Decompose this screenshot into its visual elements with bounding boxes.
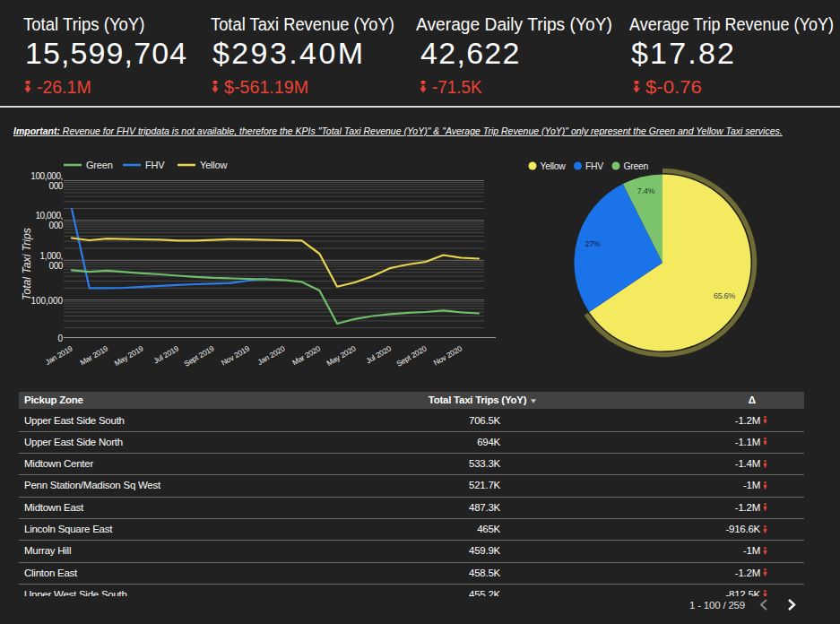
svg-text:Jul 2020: Jul 2020 bbox=[364, 343, 393, 365]
svg-text:Mar 2019: Mar 2019 bbox=[78, 343, 109, 367]
svg-text:May 2020: May 2020 bbox=[325, 343, 357, 368]
svg-text:Yellow: Yellow bbox=[200, 160, 227, 170]
svg-text:FHV: FHV bbox=[145, 160, 165, 170]
svg-text:Green: Green bbox=[624, 161, 649, 171]
svg-text:Yellow: Yellow bbox=[541, 161, 567, 171]
svg-text:Nov 2020: Nov 2020 bbox=[432, 343, 463, 367]
svg-text:Green: Green bbox=[86, 160, 113, 170]
svg-text:0: 0 bbox=[57, 334, 63, 343]
svg-text:7.4%: 7.4% bbox=[637, 186, 655, 195]
svg-text:May 2019: May 2019 bbox=[113, 343, 145, 368]
svg-text:Total Taxi Trips: Total Taxi Trips bbox=[21, 228, 33, 300]
svg-text:Jul 2019: Jul 2019 bbox=[152, 343, 181, 365]
svg-text:100,000,: 100,000, bbox=[30, 171, 63, 181]
svg-text:Mar 2020: Mar 2020 bbox=[290, 343, 322, 367]
svg-text:Jan 2020: Jan 2020 bbox=[256, 343, 287, 367]
svg-text:Nov 2019: Nov 2019 bbox=[220, 343, 251, 367]
svg-text:Sept 2019: Sept 2019 bbox=[182, 343, 215, 368]
svg-text:Sept 2020: Sept 2020 bbox=[394, 343, 428, 368]
svg-text:100,000: 100,000 bbox=[31, 296, 64, 306]
svg-text:Jan 2019: Jan 2019 bbox=[44, 343, 74, 367]
svg-text:10,000,: 10,000, bbox=[35, 211, 63, 221]
svg-text:000: 000 bbox=[49, 261, 64, 271]
svg-text:1,000,: 1,000, bbox=[40, 251, 63, 261]
svg-text:000: 000 bbox=[49, 221, 64, 230]
svg-text:65.6%: 65.6% bbox=[714, 291, 735, 300]
svg-text:FHV: FHV bbox=[585, 161, 603, 171]
svg-text:27%: 27% bbox=[585, 239, 600, 248]
svg-text:000: 000 bbox=[49, 181, 64, 191]
